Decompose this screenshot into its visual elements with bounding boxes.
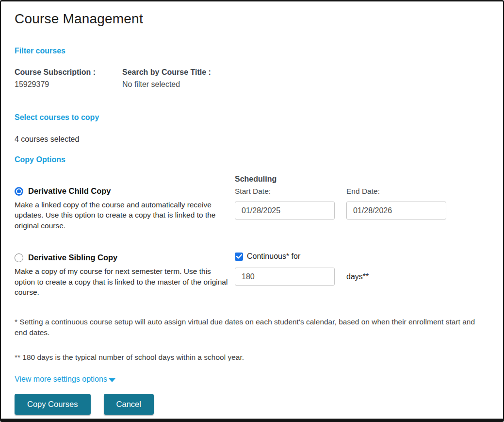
continuous-label: Continuous* for bbox=[247, 252, 300, 261]
select-courses-heading[interactable]: Select courses to copy bbox=[15, 113, 489, 122]
date-labels-row: Start Date: End Date: bbox=[235, 187, 489, 196]
radio-dot-icon bbox=[17, 189, 21, 193]
courses-selected-status: 4 courses selected bbox=[15, 135, 489, 144]
derivative-sibling-option: Derivative Sibling Copy Make a copy of m… bbox=[15, 252, 235, 297]
search-by-title-group: Search by Course Title : No filter selec… bbox=[122, 68, 211, 89]
scheduling-section: Scheduling Start Date: End Date: bbox=[235, 175, 489, 231]
continuous-section: Continuous* for days** bbox=[235, 252, 489, 297]
filter-courses-heading[interactable]: Filter courses bbox=[15, 47, 489, 55]
course-management-window: Course Management Filter courses Course … bbox=[0, 0, 504, 422]
continuous-checkbox-row[interactable]: Continuous* for bbox=[235, 252, 489, 261]
copy-options-grid: Derivative Child Copy Make a linked copy… bbox=[15, 175, 489, 297]
continuous-checkbox[interactable] bbox=[235, 253, 243, 261]
page-title: Course Management bbox=[15, 11, 489, 27]
days-footnote: ** 180 days is the typical number of sch… bbox=[15, 352, 483, 363]
derivative-sibling-radio-row[interactable]: Derivative Sibling Copy bbox=[15, 253, 235, 262]
search-by-title-label: Search by Course Title : bbox=[122, 68, 211, 77]
copy-options-heading: Copy Options bbox=[15, 155, 489, 164]
derivative-sibling-description: Make a copy of my course for next semest… bbox=[15, 266, 232, 297]
page-content: Course Management Filter courses Course … bbox=[1, 1, 503, 415]
derivative-sibling-label: Derivative Sibling Copy bbox=[28, 253, 117, 262]
course-subscription-value: 15929379 bbox=[15, 80, 122, 89]
derivative-child-option: Derivative Child Copy Make a linked copy… bbox=[15, 175, 235, 231]
derivative-child-radio[interactable] bbox=[15, 187, 23, 196]
days-row: days** bbox=[235, 268, 489, 286]
scheduling-heading: Scheduling bbox=[235, 175, 489, 184]
derivative-child-description: Make a linked copy of the course and aut… bbox=[15, 200, 232, 231]
copy-courses-button[interactable]: Copy Courses bbox=[15, 394, 91, 415]
continuous-footnote: * Setting a continuous course setup will… bbox=[15, 317, 483, 338]
days-label: days** bbox=[346, 272, 369, 281]
start-date-label: Start Date: bbox=[235, 187, 346, 196]
radio-gap bbox=[16, 188, 22, 194]
derivative-sibling-radio[interactable] bbox=[15, 253, 23, 262]
filter-summary: Course Subscription : 15929379 Search by… bbox=[15, 68, 489, 89]
derivative-child-label: Derivative Child Copy bbox=[28, 186, 111, 196]
cancel-button[interactable]: Cancel bbox=[104, 394, 154, 415]
search-by-title-value: No filter selected bbox=[122, 80, 211, 89]
end-date-label: End Date: bbox=[346, 187, 458, 196]
checkmark-icon bbox=[236, 254, 242, 259]
chevron-down-icon bbox=[109, 378, 115, 382]
view-more-settings-label: View more settings options bbox=[15, 375, 107, 384]
end-date-input[interactable] bbox=[346, 202, 446, 219]
action-buttons-row: Copy Courses Cancel bbox=[15, 394, 489, 415]
date-inputs-row bbox=[235, 202, 489, 219]
view-more-settings-link[interactable]: View more settings options bbox=[15, 375, 115, 384]
days-input[interactable] bbox=[235, 268, 335, 286]
course-subscription-group: Course Subscription : 15929379 bbox=[15, 68, 122, 89]
start-date-input[interactable] bbox=[235, 202, 335, 219]
course-subscription-label: Course Subscription : bbox=[15, 68, 122, 77]
derivative-child-radio-row[interactable]: Derivative Child Copy bbox=[15, 186, 235, 196]
